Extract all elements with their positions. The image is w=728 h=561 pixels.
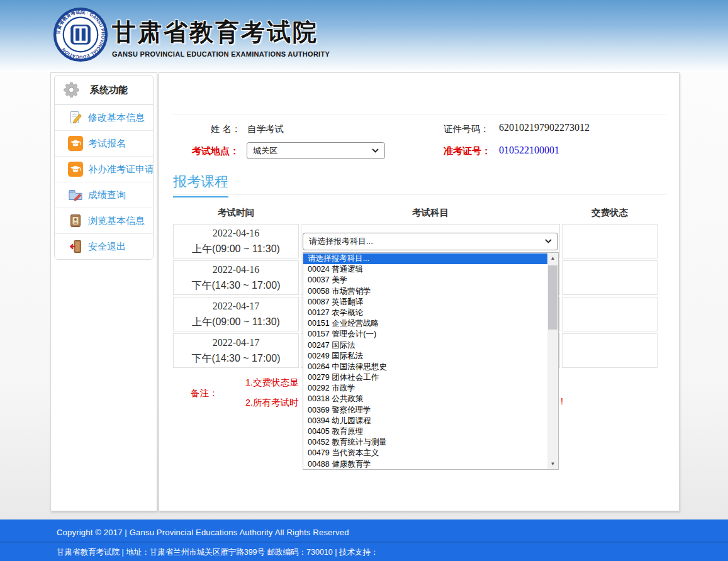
sidebar-menu-header: 系统功能 <box>55 75 153 105</box>
gear-icon <box>63 81 81 99</box>
sidebar-item[interactable]: 安全退出 <box>55 234 153 259</box>
exam-date: 2022-04-17 <box>174 335 298 351</box>
subject-option[interactable]: 00369 警察伦理学 <box>303 405 547 416</box>
table-header-row: 考试时间 考试科目 交费状态 <box>173 203 658 222</box>
sidebar-item[interactable]: 浏览基本信息 <box>55 208 153 234</box>
exam-session-time: 下午(14:30 ~ 17:00) <box>174 351 298 367</box>
subject-option[interactable]: 00037 美学 <box>303 275 547 286</box>
payment-status-cell <box>562 333 658 368</box>
subject-option[interactable]: 00318 公共政策 <box>303 394 547 404</box>
payment-status-cell <box>562 224 658 258</box>
notes-label: 备注： <box>191 387 218 399</box>
exam-session-time: 上午(09:00 ~ 11:30) <box>174 242 298 257</box>
chevron-down-icon <box>545 239 552 243</box>
exam-date: 2022-04-16 <box>174 262 298 278</box>
sidebar-menu-items: 修改基本信息考试报名补办准考证申请成绩查询浏览基本信息安全退出 <box>55 105 153 259</box>
name-label: 姓 名： <box>211 123 241 135</box>
exam-session-time: 下午(14:30 ~ 17:00) <box>174 278 298 294</box>
site-subtitle: GANSU PROVINCIAL EDUCATION EXAMINATIONS … <box>112 50 330 58</box>
exam-date: 2022-04-16 <box>174 226 298 242</box>
sidebar-item[interactable]: 成绩查询 <box>55 182 153 208</box>
scroll-down-icon[interactable]: ▼ <box>547 458 558 469</box>
sidebar-title: 系统功能 <box>90 84 128 96</box>
admission-ticket-value: 010522100001 <box>499 145 559 156</box>
subject-option[interactable]: 00247 国际法 <box>303 340 547 351</box>
subject-option[interactable]: 00488 健康教育学 <box>303 459 547 470</box>
subject-option[interactable]: 00024 普通逻辑 <box>303 264 547 275</box>
brand-block: 甘肃省教育考试院 GANSU PROVINCIAL EDUCATION EXAM… <box>112 16 330 58</box>
sidebar-item-label: 成绩查询 <box>88 189 126 201</box>
subject-option[interactable]: 00151 企业经营战略 <box>303 318 547 329</box>
sidebar-item-label: 安全退出 <box>88 241 126 253</box>
sidebar-item-label: 考试报名 <box>88 138 126 150</box>
subject-option[interactable]: 00279 团体社会工作 <box>303 372 547 383</box>
scroll-up-icon[interactable]: ▲ <box>547 253 558 264</box>
id-number-value: 620102197902273012 <box>499 122 590 133</box>
main-panel: 姓 名： 自学考试 证件号码： 620102197902273012 考试地点：… <box>159 72 680 511</box>
exam-location-label: 考试地点： <box>192 145 239 157</box>
sidebar-item-label: 修改基本信息 <box>88 112 145 124</box>
subject-option[interactable]: 00452 教育统计与测量 <box>303 437 547 448</box>
exam-time-cell: 2022-04-17下午(14:30 ~ 17:00) <box>173 333 299 368</box>
sidebar-menu: 系统功能 修改基本信息考试报名补办准考证申请成绩查询浏览基本信息安全退出 <box>54 75 154 260</box>
section-title: 报考课程 <box>173 172 228 197</box>
subject-option[interactable]: 00292 市政学 <box>303 383 547 394</box>
sidebar-item[interactable]: 考试报名 <box>55 131 153 157</box>
reissue-ticket-icon <box>68 162 83 177</box>
subject-option[interactable]: 00394 幼儿园课程 <box>303 416 547 426</box>
subject-options-list: 请选择报考科目...00024 普通逻辑00037 美学00058 市场营销学0… <box>303 253 547 470</box>
subject-option[interactable]: 00264 中国法律思想史 <box>303 362 547 372</box>
subject-option[interactable]: 00127 农学概论 <box>303 308 547 318</box>
sidebar-item-label: 补办准考证申请 <box>88 164 154 175</box>
note-line-2: 2.所有考试时 <box>245 397 299 409</box>
edit-document-icon <box>68 110 83 125</box>
footer-copyright: Copyright © 2017 | Gansu Provincial Educ… <box>57 528 349 537</box>
score-query-icon <box>68 187 83 203</box>
admission-ticket-label: 准考证号： <box>444 145 491 157</box>
subject-option[interactable]: 00479 当代资本主义 <box>303 448 547 458</box>
browse-info-icon <box>68 213 83 228</box>
footer-divider <box>0 542 728 543</box>
sidebar-panel: 系统功能 修改基本信息考试报名补办准考证申请成绩查询浏览基本信息安全退出 <box>50 72 157 511</box>
subject-select[interactable]: 请选择报考科目... <box>303 233 558 250</box>
subject-option[interactable]: 00087 英语翻译 <box>303 297 547 308</box>
subject-option[interactable]: 00157 管理会计(一) <box>303 329 547 340</box>
exam-location-value: 城关区 <box>253 145 277 157</box>
top-divider <box>173 114 666 114</box>
subject-select-value: 请选择报考科目... <box>309 236 373 247</box>
authority-logo-icon: 甘肃省教育考试院 · GANSU PROVINCIAL EDUCATION <box>53 7 108 62</box>
scrollbar-thumb[interactable] <box>548 265 557 330</box>
page-footer: Copyright © 2017 | Gansu Provincial Educ… <box>0 519 728 561</box>
col-header-payment-status: 交费状态 <box>562 203 658 222</box>
exam-date: 2022-04-17 <box>174 299 298 314</box>
section-underline <box>173 194 666 195</box>
subject-option[interactable]: 00058 市场营销学 <box>303 286 547 297</box>
exam-session-time: 上午(09:00 ~ 11:30) <box>174 314 298 330</box>
id-number-label: 证件号码： <box>444 123 490 135</box>
note-line-2-tail: ! <box>561 396 563 406</box>
subject-option[interactable]: 00405 教育原理 <box>303 426 547 437</box>
exam-time-cell: 2022-04-17上午(09:00 ~ 11:30) <box>173 297 299 331</box>
footer-address: 甘肃省教育考试院 | 地址：甘肃省兰州市城关区雁宁路399号 邮政编码：7300… <box>57 547 378 558</box>
col-header-exam-subject: 考试科目 <box>301 203 560 222</box>
sidebar-item[interactable]: 补办准考证申请 <box>55 157 153 182</box>
exam-register-icon <box>68 136 83 151</box>
subject-options-dropdown: 请选择报考科目...00024 普通逻辑00037 美学00058 市场营销学0… <box>303 252 559 470</box>
note-line-1: 1.交费状态显 <box>245 377 299 389</box>
col-header-exam-time: 考试时间 <box>173 203 299 222</box>
logout-icon <box>68 239 83 254</box>
site-title: 甘肃省教育考试院 <box>112 16 330 48</box>
payment-status-cell <box>562 297 658 331</box>
payment-status-cell <box>562 260 658 295</box>
exam-time-cell: 2022-04-16上午(09:00 ~ 11:30) <box>173 224 299 258</box>
chevron-down-icon <box>372 148 379 153</box>
sidebar-item-label: 浏览基本信息 <box>88 215 145 227</box>
exam-time-cell: 2022-04-16下午(14:30 ~ 17:00) <box>173 260 299 295</box>
subject-option[interactable]: 请选择报考科目... <box>303 253 547 264</box>
name-value: 自学考试 <box>247 123 284 135</box>
sidebar-item[interactable]: 修改基本信息 <box>55 105 153 131</box>
page-header: 甘肃省教育考试院 · GANSU PROVINCIAL EDUCATION 甘肃… <box>0 0 728 72</box>
subject-option[interactable]: 00249 国际私法 <box>303 351 547 362</box>
exam-location-select[interactable]: 城关区 <box>247 142 385 159</box>
dropdown-scrollbar[interactable]: ▲ ▼ <box>547 253 558 469</box>
